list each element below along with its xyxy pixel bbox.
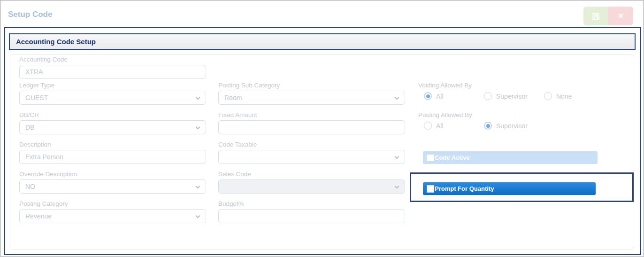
posting-category-select[interactable]: Revenue bbox=[19, 209, 206, 223]
db-cr-select[interactable]: DB bbox=[19, 120, 206, 134]
budget-pct-input[interactable] bbox=[218, 209, 405, 223]
field-label: Code Taxable bbox=[218, 141, 405, 148]
field-value: NO bbox=[25, 183, 35, 190]
field-value: Revenue bbox=[25, 212, 52, 220]
radio-icon bbox=[484, 92, 492, 100]
radio-selected-icon bbox=[424, 92, 432, 100]
description-input[interactable]: Extra Person bbox=[19, 150, 206, 164]
save-icon bbox=[591, 12, 600, 21]
radio-voiding-none[interactable]: None bbox=[544, 92, 572, 100]
chevron-down-icon bbox=[395, 184, 399, 189]
field-override-description: Override Description NO bbox=[19, 171, 206, 194]
sales-code-select[interactable] bbox=[218, 179, 405, 194]
field-value: Extra Person bbox=[25, 153, 63, 161]
radio-row: All Supervisor None bbox=[418, 92, 615, 101]
field-value: Room bbox=[224, 94, 242, 101]
field-label: Sales Code bbox=[218, 171, 405, 178]
field-value: XTRA bbox=[25, 68, 43, 76]
posting-allowed-by-group: Posting Allowed By All Supervisor bbox=[418, 111, 615, 131]
setup-code-window: Setup Code ✕ Accounting Code Setup Accou… bbox=[0, 0, 644, 257]
fixed-amount-input[interactable] bbox=[218, 120, 405, 134]
field-value: DB bbox=[25, 124, 34, 131]
radio-icon bbox=[424, 122, 432, 130]
field-fixed-amount: Fixed Amount bbox=[218, 111, 405, 134]
accounting-code-input[interactable]: XTRA bbox=[19, 65, 206, 79]
field-posting-category: Posting Category Revenue bbox=[19, 200, 206, 223]
voiding-allowed-by-group: Voiding Allowed By All Supervisor None bbox=[418, 82, 615, 101]
field-accounting-code: Accounting Code XTRA bbox=[19, 56, 206, 79]
radio-posting-all[interactable]: All bbox=[424, 122, 444, 130]
titlebar-buttons: ✕ bbox=[583, 7, 633, 25]
radio-selected-icon bbox=[484, 122, 492, 130]
chevron-down-icon bbox=[395, 95, 399, 100]
group-label: Posting Allowed By bbox=[418, 111, 615, 118]
close-icon: ✕ bbox=[618, 12, 624, 20]
field-posting-sub-category: Posting Sub Category Room bbox=[218, 82, 405, 105]
close-button[interactable]: ✕ bbox=[608, 7, 633, 25]
panel-header: Accounting Code Setup bbox=[9, 33, 636, 50]
field-budget-pct: Budget% bbox=[218, 200, 405, 223]
field-label: DB/CR bbox=[19, 111, 206, 118]
page-title: Setup Code bbox=[8, 10, 52, 19]
radio-posting-supervisor[interactable]: Supervisor bbox=[484, 122, 528, 130]
chevron-down-icon bbox=[196, 95, 200, 100]
field-label: Ledger Type bbox=[19, 82, 206, 89]
field-label: Posting Sub Category bbox=[218, 82, 405, 89]
radio-icon bbox=[544, 92, 552, 100]
group-label: Voiding Allowed By bbox=[418, 82, 615, 89]
field-label: Fixed Amount bbox=[218, 111, 405, 118]
radio-row: All Supervisor bbox=[418, 122, 615, 131]
field-ledger-type: Ledger Type GUEST bbox=[19, 82, 206, 105]
radio-voiding-supervisor[interactable]: Supervisor bbox=[484, 92, 528, 100]
field-description: Description Extra Person bbox=[19, 141, 206, 164]
checkbox-icon bbox=[427, 154, 434, 162]
code-active-toggle[interactable]: Code Active bbox=[423, 151, 598, 164]
radio-voiding-all[interactable]: All bbox=[424, 92, 444, 100]
field-label: Posting Category bbox=[19, 200, 206, 207]
field-value: GUEST bbox=[25, 94, 48, 101]
chevron-down-icon bbox=[395, 155, 399, 159]
field-label: Description bbox=[19, 141, 206, 148]
panel-header-title: Accounting Code Setup bbox=[16, 38, 96, 46]
field-label: Budget% bbox=[218, 200, 405, 207]
chevron-down-icon bbox=[196, 125, 200, 130]
ledger-type-select[interactable]: GUEST bbox=[19, 91, 206, 105]
field-db-cr: DB/CR DB bbox=[19, 111, 206, 134]
prompt-for-quantity-toggle[interactable]: Prompt For Quantity bbox=[423, 182, 596, 195]
chevron-down-icon bbox=[196, 214, 200, 218]
field-sales-code: Sales Code bbox=[218, 171, 405, 194]
field-label: Accounting Code bbox=[19, 56, 206, 63]
override-description-select[interactable]: NO bbox=[19, 179, 206, 194]
field-code-taxable: Code Taxable bbox=[218, 141, 405, 164]
field-label: Override Description bbox=[19, 171, 206, 178]
code-taxable-select[interactable] bbox=[218, 150, 405, 164]
posting-sub-category-select[interactable]: Room bbox=[218, 91, 405, 105]
checkbox-icon bbox=[427, 185, 434, 193]
chevron-down-icon bbox=[196, 184, 200, 189]
save-button[interactable] bbox=[583, 7, 608, 25]
